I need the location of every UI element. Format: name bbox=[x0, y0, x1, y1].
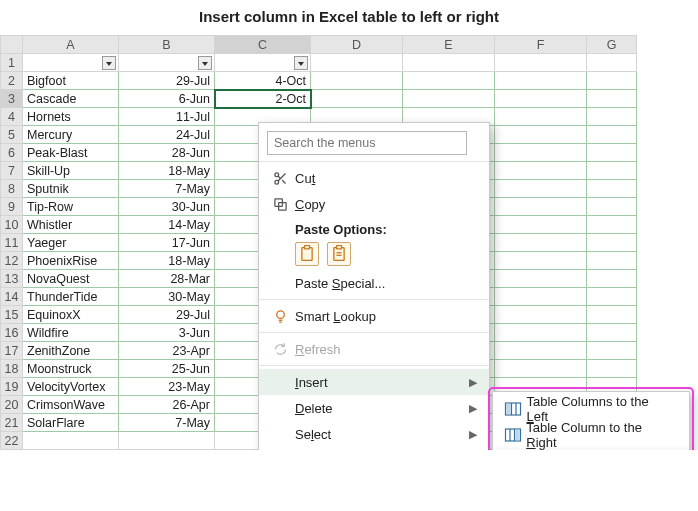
cell[interactable]: 18-May bbox=[119, 252, 215, 270]
paste-button[interactable] bbox=[295, 242, 319, 266]
cell[interactable]: 28-Mar bbox=[119, 270, 215, 288]
cell[interactable] bbox=[587, 324, 637, 342]
cell[interactable]: Start date bbox=[119, 54, 215, 72]
menu-cut[interactable]: Cut bbox=[259, 165, 489, 191]
cell[interactable] bbox=[495, 360, 587, 378]
cell[interactable]: Due date bbox=[215, 54, 311, 72]
cell[interactable]: 14-May bbox=[119, 216, 215, 234]
cell[interactable] bbox=[587, 216, 637, 234]
filter-dropdown-icon[interactable] bbox=[102, 56, 116, 70]
menu-insert[interactable]: Insert ▶ bbox=[259, 369, 489, 395]
row-header[interactable]: 12 bbox=[1, 252, 23, 270]
cell[interactable]: 17-Jun bbox=[119, 234, 215, 252]
cell[interactable]: Moonstruck bbox=[23, 360, 119, 378]
row-header[interactable]: 11 bbox=[1, 234, 23, 252]
cell[interactable] bbox=[587, 180, 637, 198]
column-header[interactable]: D bbox=[311, 36, 403, 54]
row-header[interactable]: 2 bbox=[1, 72, 23, 90]
menu-delete[interactable]: Delete ▶ bbox=[259, 395, 489, 421]
select-all-corner[interactable] bbox=[1, 36, 23, 54]
cell[interactable]: Skill-Up bbox=[23, 162, 119, 180]
row-header[interactable]: 6 bbox=[1, 144, 23, 162]
menu-smart-lookup[interactable]: Smart Lookup bbox=[259, 303, 489, 329]
cell[interactable]: Bigfoot bbox=[23, 72, 119, 90]
cell[interactable]: Whistler bbox=[23, 216, 119, 234]
cell[interactable]: 28-Jun bbox=[119, 144, 215, 162]
column-header[interactable]: A bbox=[23, 36, 119, 54]
cell[interactable] bbox=[495, 108, 587, 126]
row-header[interactable]: 1 bbox=[1, 54, 23, 72]
column-header[interactable]: C bbox=[215, 36, 311, 54]
cell[interactable] bbox=[403, 90, 495, 108]
cell[interactable]: 23-May bbox=[119, 378, 215, 396]
row-header[interactable]: 21 bbox=[1, 414, 23, 432]
menu-search-input[interactable] bbox=[267, 131, 467, 155]
cell[interactable]: 29-Jul bbox=[119, 306, 215, 324]
cell[interactable]: ThunderTide bbox=[23, 288, 119, 306]
column-header[interactable]: B bbox=[119, 36, 215, 54]
row-header[interactable]: 13 bbox=[1, 270, 23, 288]
row-header[interactable]: 16 bbox=[1, 324, 23, 342]
cell[interactable] bbox=[587, 252, 637, 270]
cell[interactable] bbox=[587, 234, 637, 252]
column-header[interactable]: G bbox=[587, 36, 637, 54]
cell[interactable] bbox=[587, 270, 637, 288]
row-header[interactable]: 22 bbox=[1, 432, 23, 450]
cell[interactable] bbox=[495, 54, 587, 72]
cell[interactable] bbox=[403, 54, 495, 72]
cell[interactable] bbox=[495, 216, 587, 234]
cell[interactable] bbox=[495, 252, 587, 270]
cell[interactable] bbox=[23, 432, 119, 450]
cell[interactable] bbox=[495, 198, 587, 216]
cell[interactable]: 30-Jun bbox=[119, 198, 215, 216]
row-header[interactable]: 9 bbox=[1, 198, 23, 216]
submenu-column-right[interactable]: Table Column to the Right bbox=[493, 422, 689, 448]
cell[interactable]: SolarFlare bbox=[23, 414, 119, 432]
cell[interactable] bbox=[495, 306, 587, 324]
cell[interactable] bbox=[587, 162, 637, 180]
cell[interactable] bbox=[587, 360, 637, 378]
row-header[interactable]: 14 bbox=[1, 288, 23, 306]
menu-search[interactable] bbox=[267, 131, 481, 155]
cell[interactable]: 6-Jun bbox=[119, 90, 215, 108]
cell[interactable] bbox=[495, 126, 587, 144]
row-header[interactable]: 7 bbox=[1, 162, 23, 180]
cell[interactable] bbox=[311, 90, 403, 108]
cell[interactable]: 24-Jul bbox=[119, 126, 215, 144]
cell[interactable]: 7-May bbox=[119, 180, 215, 198]
cell[interactable]: Yaeger bbox=[23, 234, 119, 252]
filter-dropdown-icon[interactable] bbox=[198, 56, 212, 70]
cell[interactable] bbox=[587, 288, 637, 306]
cell[interactable] bbox=[587, 306, 637, 324]
cell[interactable]: 30-May bbox=[119, 288, 215, 306]
row-header[interactable]: 5 bbox=[1, 126, 23, 144]
cell[interactable] bbox=[495, 288, 587, 306]
cell[interactable]: 7-May bbox=[119, 414, 215, 432]
cell[interactable]: 4-Oct bbox=[215, 72, 311, 90]
cell[interactable]: 23-Apr bbox=[119, 342, 215, 360]
cell[interactable]: Hornets bbox=[23, 108, 119, 126]
row-header[interactable]: 8 bbox=[1, 180, 23, 198]
row-header[interactable]: 19 bbox=[1, 378, 23, 396]
column-header[interactable]: F bbox=[495, 36, 587, 54]
cell[interactable] bbox=[119, 432, 215, 450]
cell[interactable]: 26-Apr bbox=[119, 396, 215, 414]
cell[interactable]: PhoenixRise bbox=[23, 252, 119, 270]
row-header[interactable]: 17 bbox=[1, 342, 23, 360]
row-header[interactable]: 18 bbox=[1, 360, 23, 378]
cell[interactable]: Peak-Blast bbox=[23, 144, 119, 162]
row-header[interactable]: 4 bbox=[1, 108, 23, 126]
submenu-columns-left[interactable]: Table Columns to the Left bbox=[493, 396, 689, 422]
cell[interactable]: CrimsonWave bbox=[23, 396, 119, 414]
cell[interactable]: VelocityVortex bbox=[23, 378, 119, 396]
row-header[interactable]: 15 bbox=[1, 306, 23, 324]
cell[interactable] bbox=[403, 72, 495, 90]
cell[interactable]: ZenithZone bbox=[23, 342, 119, 360]
cell[interactable]: 2-Oct bbox=[215, 90, 311, 108]
cell[interactable] bbox=[587, 108, 637, 126]
cell[interactable]: Cascade bbox=[23, 90, 119, 108]
cell[interactable] bbox=[495, 72, 587, 90]
cell[interactable] bbox=[495, 162, 587, 180]
menu-select[interactable]: Select ▶ bbox=[259, 421, 489, 447]
cell[interactable] bbox=[311, 54, 403, 72]
